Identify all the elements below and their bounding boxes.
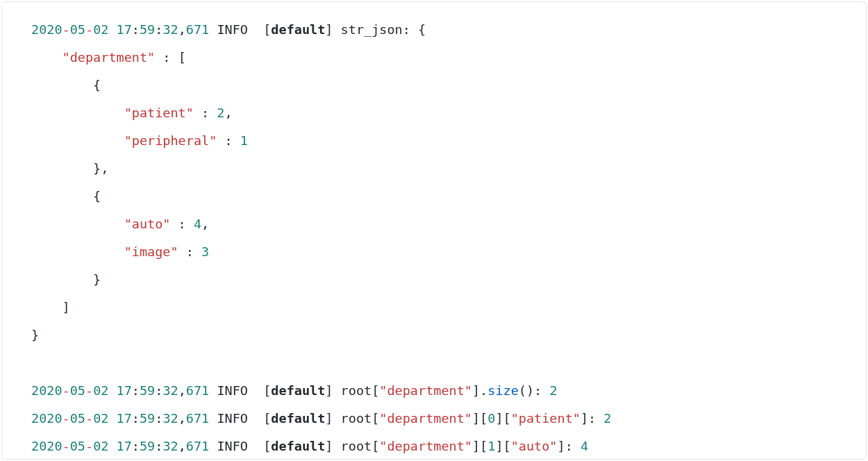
lb4c: [ (480, 439, 487, 453)
ts-s: 32 (162, 22, 178, 37)
colon-dep: : (155, 50, 178, 65)
sizefn: size (487, 383, 519, 398)
idx0: 0 (487, 411, 495, 426)
sep4: : (565, 439, 581, 453)
facility-1: default (271, 22, 325, 37)
colon-pat: : (194, 106, 217, 120)
rb2: ] (325, 383, 333, 398)
root4: root (341, 439, 372, 453)
dot2: . (480, 383, 487, 398)
sep2: : (534, 383, 549, 398)
key-department: "department" (62, 50, 156, 65)
ts2-h: 17 (117, 383, 132, 398)
obj1-close: } (93, 272, 101, 287)
key-patient: "patient" (124, 106, 194, 120)
lb2b: [ (372, 383, 379, 398)
root2: root (341, 383, 372, 398)
root3: root (341, 411, 372, 426)
lb2: [ (263, 383, 271, 398)
level: INFO (217, 22, 248, 37)
lb3d: [ (503, 411, 511, 426)
c3b: : (155, 411, 162, 426)
fac2: default (271, 383, 325, 398)
ts4-y: 2020 (31, 439, 62, 453)
lvl2: INFO (217, 383, 248, 398)
ts3-mo: 05 (70, 411, 85, 426)
dep2: "department" (379, 383, 472, 398)
ts2-m: 59 (140, 383, 155, 398)
key-image: "image" (124, 244, 178, 259)
json-close: } (31, 328, 39, 342)
lvl3: INFO (217, 411, 248, 426)
log-line-2: 2020-05-02 17:59:32,671 INFO [default] r… (31, 383, 558, 398)
ts2-d: 02 (93, 383, 108, 398)
comma-pat: , (224, 106, 232, 120)
fac3: default (271, 411, 325, 426)
lb4d: [ (503, 439, 511, 453)
ts4-mo: 05 (70, 439, 85, 453)
key-auto: "auto" (124, 217, 171, 231)
obj1-open: { (93, 189, 101, 203)
ts2-ms: 671 (186, 383, 209, 398)
val-patient: 2 (217, 106, 224, 120)
lb4b: [ (372, 439, 379, 453)
ts-m: 59 (140, 22, 155, 37)
rb3: ] (325, 411, 333, 426)
colon-img: : (178, 244, 201, 259)
ts4-h: 17 (117, 439, 132, 453)
ts-month: 05 (70, 22, 85, 37)
rb3c: ] (495, 411, 503, 426)
fac4: default (271, 439, 325, 453)
key-peripheral: "peripheral" (124, 133, 217, 148)
rb3d: ] (581, 411, 588, 426)
comma-1: , (178, 22, 186, 37)
parens: () (519, 383, 534, 398)
lb4: [ (263, 439, 271, 453)
ts3-m: 59 (140, 411, 155, 426)
dep4: "department" (379, 439, 472, 453)
ts4-d: 02 (93, 439, 108, 453)
obj0-close: } (93, 161, 101, 176)
colon-1: : (132, 22, 140, 37)
ts4-m: 59 (140, 439, 155, 453)
lb3c: [ (480, 411, 487, 426)
arr-close: ] (62, 300, 70, 315)
autoout: 4 (581, 439, 588, 453)
sizeval: 2 (549, 383, 557, 398)
d4a: - (62, 439, 70, 453)
cm4: , (178, 439, 186, 453)
sep-1: : (403, 22, 418, 37)
colon-2: : (155, 22, 162, 37)
comma-auto: , (201, 217, 209, 231)
ts4-ms: 671 (186, 439, 209, 453)
lb3b: [ (372, 411, 379, 426)
obj0-open: { (93, 78, 101, 92)
auto4: "auto" (511, 439, 558, 453)
c2b: : (155, 383, 162, 398)
code-log-block: 2020-05-02 17:59:32,671 INFO [default] s… (1, 1, 867, 460)
ts-year: 2020 (31, 22, 62, 37)
ts-day: 02 (93, 22, 108, 37)
rb2b: ] (472, 383, 480, 398)
d2a: - (62, 383, 70, 398)
ts3-d: 02 (93, 411, 108, 426)
ts3-ms: 671 (186, 411, 209, 426)
ts2-y: 2020 (31, 383, 62, 398)
colon-per: : (217, 133, 240, 148)
ts2-mo: 05 (70, 383, 85, 398)
ts3-y: 2020 (31, 411, 62, 426)
colon-auto: : (170, 217, 193, 231)
val-image: 3 (201, 244, 209, 259)
d3b: - (85, 411, 93, 426)
log-line-1: 2020-05-02 17:59:32,671 INFO [default] s… (31, 22, 426, 37)
rb4b: ] (472, 439, 480, 453)
d2b: - (85, 383, 93, 398)
d4b: - (85, 439, 93, 453)
ts4-s: 32 (162, 439, 178, 453)
c3a: : (132, 411, 140, 426)
ts3-s: 32 (162, 411, 178, 426)
idx1: 1 (487, 439, 495, 453)
sep3: : (588, 411, 603, 426)
rb4d: ] (558, 439, 565, 453)
c4b: : (155, 439, 162, 453)
